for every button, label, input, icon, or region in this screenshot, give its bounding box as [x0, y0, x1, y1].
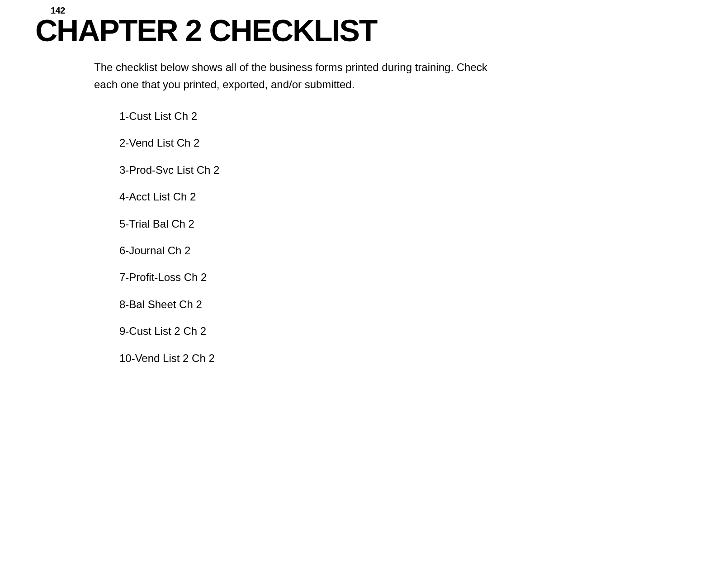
list-item: 5-Trial Bal Ch 2 [119, 218, 219, 230]
list-item: 10-Vend List 2 Ch 2 [119, 352, 219, 364]
chapter-title: CHAPTER 2 CHECKLIST [35, 13, 377, 48]
list-item: 2-Vend List Ch 2 [119, 137, 219, 149]
list-item: 6-Journal Ch 2 [119, 245, 219, 257]
list-item: 8-Bal Sheet Ch 2 [119, 299, 219, 310]
list-item: 4-Acct List Ch 2 [119, 191, 219, 203]
list-item: 3-Prod-Svc List Ch 2 [119, 164, 219, 176]
list-item: 7-Profit-Loss Ch 2 [119, 271, 219, 283]
list-item: 1-Cust List Ch 2 [119, 110, 219, 122]
list-item: 9-Cust List 2 Ch 2 [119, 325, 219, 337]
intro-paragraph: The checklist below shows all of the bus… [94, 59, 501, 94]
checklist: 1-Cust List Ch 2 2-Vend List Ch 2 3-Prod… [119, 110, 219, 379]
